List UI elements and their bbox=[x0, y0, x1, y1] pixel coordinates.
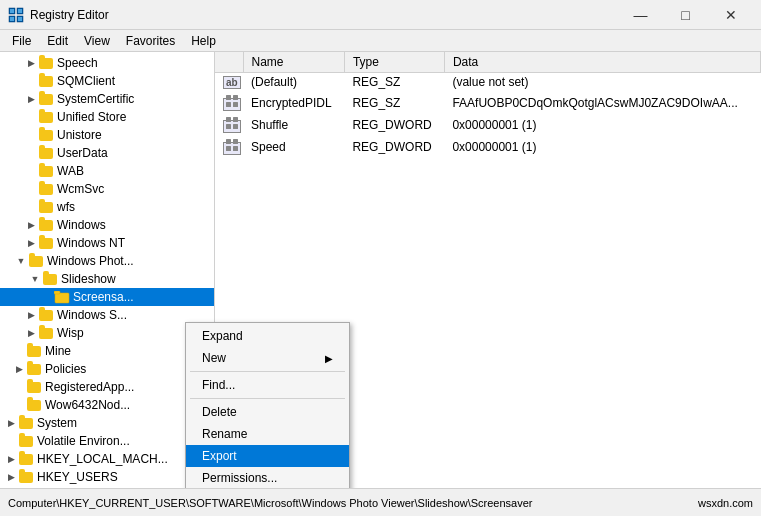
tree-item-system[interactable]: ▶ System bbox=[0, 414, 214, 432]
status-path: Computer\HKEY_CURRENT_USER\SOFTWARE\Micr… bbox=[8, 497, 533, 509]
registry-table: Name Type Data ab (Default) REG_SZ (valu… bbox=[215, 52, 761, 158]
row-name-default: (Default) bbox=[243, 73, 344, 92]
svg-rect-4 bbox=[10, 9, 14, 13]
arrow-wisp: ▶ bbox=[24, 328, 38, 338]
tree-item-unifiedstore[interactable]: Unified Store bbox=[0, 108, 214, 126]
table-row[interactable]: ab (Default) REG_SZ (value not set) bbox=[215, 73, 761, 92]
ctx-rename[interactable]: Rename bbox=[186, 423, 349, 445]
row-type-speed: REG_DWORD bbox=[344, 136, 444, 158]
ctx-separator-2 bbox=[190, 398, 345, 399]
ctx-export[interactable]: Export bbox=[186, 445, 349, 467]
row-data-shuffle: 0x00000001 (1) bbox=[444, 114, 760, 136]
table-row[interactable]: Shuffle REG_DWORD 0x00000001 (1) bbox=[215, 114, 761, 136]
tree-item-windowsphot[interactable]: ▼ Windows Phot... bbox=[0, 252, 214, 270]
col-data-header[interactable]: Data bbox=[444, 52, 760, 73]
tree-item-mine[interactable]: Mine bbox=[0, 342, 214, 360]
svg-rect-10 bbox=[226, 95, 231, 100]
window-title: Registry Editor bbox=[30, 8, 618, 22]
row-name-shuffle: Shuffle bbox=[243, 114, 344, 136]
tree-item-systemcertif[interactable]: ▶ SystemCertific bbox=[0, 90, 214, 108]
folder-icon-volatile bbox=[18, 434, 34, 448]
tree-item-wfs[interactable]: wfs bbox=[0, 198, 214, 216]
tree-item-windowss[interactable]: ▶ Windows S... bbox=[0, 306, 214, 324]
ctx-expand[interactable]: Expand bbox=[186, 325, 349, 347]
ctx-delete[interactable]: Delete bbox=[186, 401, 349, 423]
col-type-header[interactable]: Type bbox=[344, 52, 444, 73]
maximize-button[interactable]: □ bbox=[663, 0, 708, 30]
ctx-permissions[interactable]: Permissions... bbox=[186, 467, 349, 488]
tree-item-speech[interactable]: ▶ Speech bbox=[0, 54, 214, 72]
arrow-system: ▶ bbox=[4, 418, 18, 428]
menu-edit[interactable]: Edit bbox=[39, 32, 76, 50]
svg-rect-5 bbox=[18, 9, 22, 13]
arrow-windows: ▶ bbox=[24, 220, 38, 230]
folder-icon-userdata bbox=[38, 146, 54, 160]
row-type-default: REG_SZ bbox=[344, 73, 444, 92]
col-icon-header bbox=[215, 52, 243, 73]
svg-rect-11 bbox=[233, 95, 238, 100]
folder-icon-registeredapp bbox=[26, 380, 42, 394]
svg-rect-20 bbox=[226, 146, 231, 151]
svg-rect-15 bbox=[233, 117, 238, 122]
tree-item-windows[interactable]: ▶ Windows bbox=[0, 216, 214, 234]
folder-icon-wow6432nod bbox=[26, 398, 42, 412]
folder-icon-windowsnt bbox=[38, 236, 54, 250]
tree-item-userdata[interactable]: UserData bbox=[0, 144, 214, 162]
arrow-hkusers: ▶ bbox=[4, 472, 18, 482]
row-icon-default: ab bbox=[215, 73, 243, 92]
tree-item-slideshow[interactable]: ▼ Slideshow bbox=[0, 270, 214, 288]
tree-item-wisp[interactable]: ▶ Wisp bbox=[0, 324, 214, 342]
table-row[interactable]: Speed REG_DWORD 0x00000001 (1) bbox=[215, 136, 761, 158]
col-name-header[interactable]: Name bbox=[243, 52, 344, 73]
tree-item-volatile[interactable]: Volatile Environ... bbox=[0, 432, 214, 450]
menu-file[interactable]: File bbox=[4, 32, 39, 50]
tree-item-screensaver[interactable]: Screensa... bbox=[0, 288, 214, 306]
folder-icon-mine bbox=[26, 344, 42, 358]
folder-icon-unifiedstore bbox=[38, 110, 54, 124]
folder-icon-wisp bbox=[38, 326, 54, 340]
close-button[interactable]: ✕ bbox=[708, 0, 753, 30]
table-row[interactable]: EncryptedPIDL REG_SZ FAAfUOBP0CDqOmkQotg… bbox=[215, 92, 761, 114]
svg-rect-12 bbox=[226, 102, 231, 107]
ctx-new-arrow: ▶ bbox=[325, 353, 333, 364]
app-icon bbox=[8, 7, 24, 23]
tree-item-hkusers[interactable]: ▶ HKEY_USERS bbox=[0, 468, 214, 486]
tree-item-policies[interactable]: ▶ Policies bbox=[0, 360, 214, 378]
menu-bar: File Edit View Favorites Help bbox=[0, 30, 761, 52]
folder-icon-systemcertif bbox=[38, 92, 54, 106]
menu-help[interactable]: Help bbox=[183, 32, 224, 50]
tree-item-windowsnt[interactable]: ▶ Windows NT bbox=[0, 234, 214, 252]
folder-icon-wcmsvc bbox=[38, 182, 54, 196]
tree-item-wab[interactable]: WAB bbox=[0, 162, 214, 180]
svg-rect-19 bbox=[233, 139, 238, 144]
svg-rect-18 bbox=[226, 139, 231, 144]
ctx-find[interactable]: Find... bbox=[186, 374, 349, 396]
svg-rect-14 bbox=[226, 117, 231, 122]
menu-view[interactable]: View bbox=[76, 32, 118, 50]
status-bar: Computer\HKEY_CURRENT_USER\SOFTWARE\Micr… bbox=[0, 488, 761, 516]
tree-panel: ▶ Speech SQMClient ▶ SystemCertific Unif… bbox=[0, 52, 215, 488]
ctx-new[interactable]: New ▶ bbox=[186, 347, 349, 369]
folder-icon-unistore bbox=[38, 128, 54, 142]
folder-icon-sqmclient bbox=[38, 74, 54, 88]
minimize-button[interactable]: — bbox=[618, 0, 663, 30]
svg-rect-13 bbox=[233, 102, 238, 107]
menu-favorites[interactable]: Favorites bbox=[118, 32, 183, 50]
tree-item-wcmsvc[interactable]: WcmSvc bbox=[0, 180, 214, 198]
tree-item-sqmclient[interactable]: SQMClient bbox=[0, 72, 214, 90]
svg-rect-21 bbox=[233, 146, 238, 151]
folder-icon-hkusers bbox=[18, 470, 34, 484]
arrow-windowss: ▶ bbox=[24, 310, 38, 320]
row-type-encryptedpidl: REG_SZ bbox=[344, 92, 444, 114]
tree-item-hklocalmach[interactable]: ▶ HKEY_LOCAL_MACH... bbox=[0, 450, 214, 468]
arrow-speech: ▶ bbox=[24, 58, 38, 68]
tree-item-wow6432nod[interactable]: Wow6432Nod... bbox=[0, 396, 214, 414]
folder-icon-speech bbox=[38, 56, 54, 70]
tree-item-registeredapp[interactable]: RegisteredApp... bbox=[0, 378, 214, 396]
row-name-encryptedpidl: EncryptedPIDL bbox=[243, 92, 344, 114]
arrow-windowsphot: ▼ bbox=[14, 256, 28, 266]
tree-item-unistore[interactable]: Unistore bbox=[0, 126, 214, 144]
window-controls: — □ ✕ bbox=[618, 0, 753, 30]
folder-icon-windowsphot bbox=[28, 254, 44, 268]
folder-icon-system bbox=[18, 416, 34, 430]
